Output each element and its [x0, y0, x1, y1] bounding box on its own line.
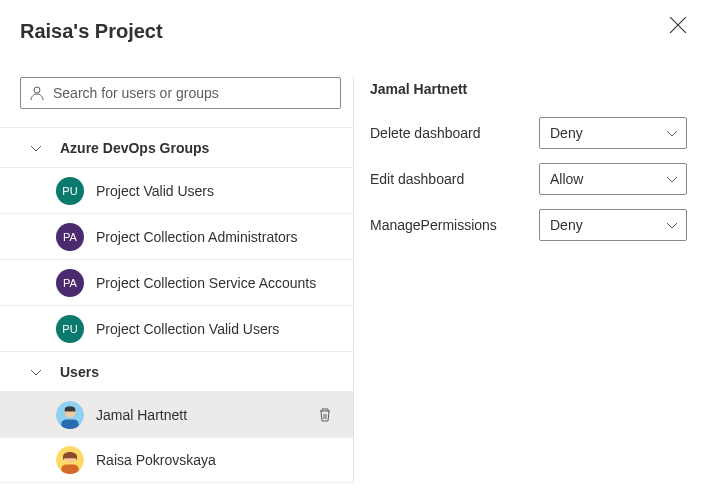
- permission-select[interactable]: Deny: [539, 209, 687, 241]
- person-icon: [29, 85, 45, 101]
- group-avatar: PA: [56, 223, 84, 251]
- list-item-label: Project Collection Valid Users: [96, 321, 341, 337]
- permission-label: ManagePermissions: [370, 217, 539, 233]
- group-header-label: Users: [60, 364, 99, 380]
- list-item[interactable]: PA Project Collection Service Accounts: [0, 259, 353, 305]
- permission-row: Edit dashboard Allow: [370, 163, 687, 195]
- list-item[interactable]: Jamal Hartnett: [0, 391, 353, 437]
- close-icon: [669, 16, 687, 34]
- user-avatar: [56, 446, 84, 474]
- permission-label: Edit dashboard: [370, 171, 539, 187]
- search-input[interactable]: [45, 84, 332, 102]
- permissions-panel: Jamal Hartnett Delete dashboard Deny Edi…: [354, 77, 711, 483]
- chevron-down-icon: [30, 142, 42, 154]
- list-item[interactable]: Raisa Pokrovskaya: [0, 437, 353, 483]
- identity-list-panel: Azure DevOps Groups PU Project Valid Use…: [0, 77, 354, 483]
- group-header-users[interactable]: Users: [0, 351, 353, 391]
- group-header-devops[interactable]: Azure DevOps Groups: [0, 127, 353, 167]
- chevron-down-icon: [666, 127, 678, 139]
- chevron-down-icon: [30, 366, 42, 378]
- chevron-down-icon: [666, 219, 678, 231]
- list-item-label: Project Collection Service Accounts: [96, 275, 341, 291]
- permission-value: Allow: [550, 171, 583, 187]
- group-header-label: Azure DevOps Groups: [60, 140, 209, 156]
- svg-point-0: [34, 87, 40, 93]
- search-box[interactable]: [20, 77, 341, 109]
- list-item[interactable]: PU Project Collection Valid Users: [0, 305, 353, 351]
- user-avatar: [56, 401, 84, 429]
- chevron-down-icon: [666, 173, 678, 185]
- permission-value: Deny: [550, 125, 583, 141]
- permission-select[interactable]: Allow: [539, 163, 687, 195]
- group-avatar: PU: [56, 315, 84, 343]
- page-title: Raisa's Project: [0, 0, 711, 43]
- close-button[interactable]: [669, 16, 687, 34]
- permission-label: Delete dashboard: [370, 125, 539, 141]
- list-item[interactable]: PA Project Collection Administrators: [0, 213, 353, 259]
- list-item-label: Project Valid Users: [96, 183, 341, 199]
- permission-row: Delete dashboard Deny: [370, 117, 687, 149]
- trash-icon[interactable]: [317, 407, 333, 423]
- group-avatar: PA: [56, 269, 84, 297]
- permission-value: Deny: [550, 217, 583, 233]
- svg-rect-3: [61, 419, 79, 429]
- list-item-label: Raisa Pokrovskaya: [96, 452, 341, 468]
- selected-identity-name: Jamal Hartnett: [370, 81, 687, 97]
- list-item-label: Jamal Hartnett: [96, 407, 317, 423]
- permission-select[interactable]: Deny: [539, 117, 687, 149]
- list-item[interactable]: PU Project Valid Users: [0, 167, 353, 213]
- svg-rect-6: [61, 464, 79, 474]
- permission-row: ManagePermissions Deny: [370, 209, 687, 241]
- group-avatar: PU: [56, 177, 84, 205]
- list-item-label: Project Collection Administrators: [96, 229, 341, 245]
